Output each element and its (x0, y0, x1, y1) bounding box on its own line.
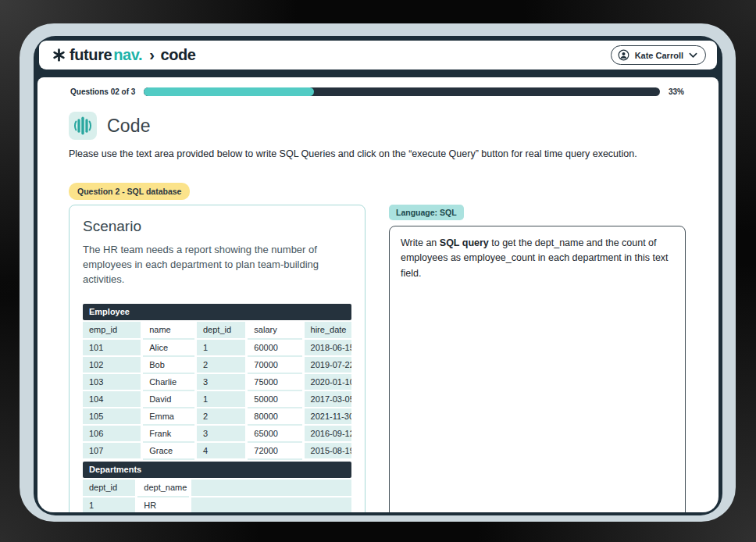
table-cell: 3 (195, 373, 246, 390)
table-row: 106Frank3650002016-09-12 (83, 425, 351, 442)
table-cell: Alice (142, 339, 196, 356)
instructions-text: Please use the text area provided below … (69, 148, 687, 159)
scenario-title: Scenario (83, 218, 351, 235)
sql-query-input[interactable]: Write an SQL query to get the dept_name … (389, 226, 686, 512)
table-cell: 3 (195, 425, 246, 442)
table-cell: 4 (195, 442, 246, 459)
question-badge: Question 2 - SQL database (69, 183, 190, 200)
user-menu-button[interactable]: Kate Carroll (611, 45, 706, 65)
table-cell: 2020-01-10 (303, 373, 351, 390)
progress-label: Questions 02 of 3 (70, 87, 135, 96)
table-cell: name (142, 322, 196, 339)
brand-primary: future (70, 46, 112, 64)
table-cell: 2017-03-05 (303, 390, 351, 408)
table-cell: 102 (83, 356, 142, 373)
chevron-down-icon (689, 52, 697, 59)
table-cell: 60000 (247, 339, 303, 356)
scenario-description: The HR team needs a report showing the n… (83, 243, 351, 287)
table-cell: salary (247, 322, 303, 339)
brand-accent: nav. (113, 46, 142, 64)
employee-table-block: Employee emp_idnamedept_idsalaryhire_dat… (83, 304, 351, 460)
table-row: emp_idnamedept_idsalaryhire_date (83, 322, 351, 339)
table-row: 105Emma2800002021-11-30 (83, 408, 351, 425)
table-cell (191, 480, 351, 497)
table-cell: Grace (142, 442, 196, 459)
table-row: 1HR (83, 497, 351, 512)
table-cell: 65000 (247, 425, 303, 442)
progress-section: Questions 02 of 3 33% (37, 77, 719, 96)
page-title: Code (107, 116, 151, 137)
table-cell (191, 497, 351, 512)
table-row: 101Alice1600002018-06-15 (83, 339, 351, 356)
section-label: code (160, 46, 195, 64)
table-cell: hire_date (303, 322, 351, 339)
asterisk-icon (52, 48, 66, 62)
table-cell: 101 (83, 339, 142, 356)
brand-logo: future nav. › code (52, 46, 196, 64)
table-cell: 1 (195, 390, 246, 408)
departments-table-title: Departments (83, 462, 351, 478)
table-cell: dept_id (83, 480, 137, 497)
table-cell: Emma (142, 408, 196, 425)
striped-sphere-icon (69, 112, 97, 140)
table-cell: dept_name (137, 480, 191, 497)
table-row: 104David1500002017-03-05 (83, 390, 351, 408)
table-cell: HR (137, 497, 191, 512)
table-cell: 2 (195, 356, 246, 373)
table-cell: 105 (83, 408, 142, 425)
scenario-panel: Scenario The HR team needs a report show… (69, 205, 366, 512)
progress-bar (144, 87, 660, 96)
table-cell: 2021-11-30 (303, 408, 351, 425)
table-row: 102Bob2700002019-07-22 (83, 356, 351, 373)
table-cell: David (142, 390, 196, 408)
table-cell: 80000 (247, 408, 303, 425)
editor-prompt-bold: SQL query (440, 237, 489, 248)
table-cell: 106 (83, 425, 142, 442)
question-panels: Scenario The HR team needs a report show… (69, 205, 687, 512)
table-row: dept_iddept_name (83, 480, 351, 497)
table-cell: 70000 (247, 356, 303, 373)
table-cell: 104 (83, 390, 142, 408)
person-icon (618, 49, 629, 61)
progress-percent: 33% (669, 87, 684, 96)
screenshot-background: future nav. › code Kate Carroll (0, 0, 756, 542)
device-bezel: future nav. › code Kate Carroll (20, 23, 736, 522)
table-cell: emp_id (83, 322, 142, 339)
table-cell: Charlie (142, 373, 196, 390)
table-cell: 2016-09-12 (303, 425, 351, 442)
main-card: Questions 02 of 3 33% (37, 77, 719, 512)
employee-table-title: Employee (83, 304, 351, 320)
user-name: Kate Carroll (635, 51, 683, 60)
table-cell: 50000 (247, 390, 303, 408)
employee-table: emp_idnamedept_idsalaryhire_date101Alice… (83, 322, 351, 460)
table-cell: Frank (142, 425, 196, 442)
table-cell: 75000 (247, 373, 303, 390)
top-bar: future nav. › code Kate Carroll (39, 41, 717, 70)
breadcrumb-separator: › (149, 46, 154, 64)
language-badge: Language: SQL (389, 205, 464, 220)
departments-table: dept_iddept_name1HR (83, 480, 351, 512)
progress-bar-fill (144, 87, 314, 96)
table-cell: dept_id (195, 322, 246, 339)
table-cell: 1 (83, 497, 137, 512)
app-window: future nav. › code Kate Carroll (34, 36, 722, 515)
table-row: 103Charlie3750002020-01-10 (83, 373, 351, 390)
table-cell: 2 (195, 408, 246, 425)
editor-prompt-prefix: Write an (401, 237, 440, 248)
table-cell: 2015-08-19 (303, 442, 351, 459)
table-cell: 103 (83, 373, 142, 390)
table-cell: Bob (142, 356, 196, 373)
table-cell: 107 (83, 442, 142, 459)
departments-table-block: Departments dept_iddept_name1HR (83, 462, 351, 512)
editor-panel: Language: SQL Write an SQL query to get … (389, 205, 686, 512)
page-header: Code (69, 112, 687, 140)
table-cell: 2019-07-22 (303, 356, 351, 373)
table-cell: 1 (195, 339, 246, 356)
table-cell: 72000 (247, 442, 303, 459)
page-content: Code Please use the text area provided b… (37, 112, 719, 512)
table-row: 107Grace4720002015-08-19 (83, 442, 351, 459)
table-cell: 2018-06-15 (303, 339, 351, 356)
